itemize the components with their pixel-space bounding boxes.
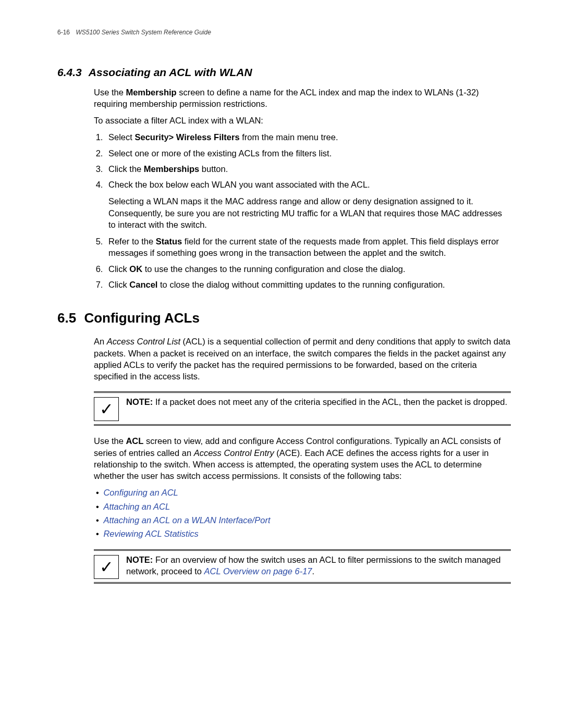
step-5: Refer to the Status field for the curren… <box>105 236 511 259</box>
term-access-control-entry: Access Control Entry <box>194 448 274 458</box>
term-membership: Membership <box>126 88 176 97</box>
heading-text: Associating an ACL with WLAN <box>89 66 252 78</box>
step-6: Click OK to use the changes to the runni… <box>105 263 511 275</box>
page-number: 6-16 <box>57 29 70 36</box>
link-reviewing-acl-stats[interactable]: Reviewing ACL Statistics <box>103 528 511 539</box>
link-attaching-acl[interactable]: Attaching an ACL <box>103 501 511 512</box>
doc-title: WS5100 Series Switch System Reference Gu… <box>76 29 211 36</box>
assoc-paragraph: To associate a filter ACL index with a W… <box>94 115 511 126</box>
note-box-2: ✓ NOTE: For an overview of how the switc… <box>94 549 511 584</box>
document-page: 6-16 WS5100 Series Switch System Referen… <box>0 0 563 728</box>
step-4: Check the box below each WLAN you want a… <box>105 179 511 230</box>
acl-intro-paragraph: An Access Control List (ACL) is a sequen… <box>94 336 511 382</box>
link-acl-overview[interactable]: ACL Overview on page 6-17 <box>204 566 312 576</box>
step-3: Click the Memberships button. <box>105 163 511 175</box>
section-6.4.3-body: Use the Membership screen to define a na… <box>94 87 511 291</box>
heading-number: 6.5 <box>57 310 76 326</box>
term-cancel: Cancel <box>129 280 157 289</box>
heading-6.5: 6.5 Configuring ACLs <box>57 309 511 327</box>
check-icon: ✓ <box>94 397 119 421</box>
steps-list: Select Security> Wireless Filters from t… <box>94 131 511 290</box>
step-2: Select one or more of the existing ACLs … <box>105 147 511 159</box>
heading-text: Configuring ACLs <box>84 310 199 326</box>
term-ok: OK <box>129 264 142 274</box>
step-4-sub: Selecting a WLAN maps it the MAC address… <box>108 195 511 230</box>
check-icon: ✓ <box>94 555 119 579</box>
term-status: Status <box>156 237 182 246</box>
note-2-text: NOTE: For an overview of how the switch … <box>126 554 511 577</box>
note-box-1: ✓ NOTE: If a packet does not meet any of… <box>94 391 511 426</box>
step-1: Select Security> Wireless Filters from t… <box>105 131 511 143</box>
term-acl: ACL <box>126 436 143 446</box>
step-7: Click Cancel to close the dialog without… <box>105 279 511 290</box>
link-configuring-acl[interactable]: Configuring an ACL <box>103 487 511 498</box>
links-list: Configuring an ACL Attaching an ACL Atta… <box>94 487 511 539</box>
note-1-text: NOTE: If a packet does not meet any of t… <box>126 396 511 408</box>
link-attaching-acl-wlan[interactable]: Attaching an ACL on a WLAN Interface/Por… <box>103 514 511 526</box>
running-header: 6-16 WS5100 Series Switch System Referen… <box>57 28 511 36</box>
term-security-wireless-filters: Security> Wireless Filters <box>134 132 239 142</box>
term-access-control-list: Access Control List <box>107 337 180 346</box>
term-memberships: Memberships <box>144 164 199 174</box>
acl-usage-paragraph: Use the ACL screen to view, add and conf… <box>94 435 511 482</box>
section-6.5-body: An Access Control List (ACL) is a sequen… <box>94 336 511 583</box>
intro-paragraph: Use the Membership screen to define a na… <box>94 87 511 110</box>
heading-number: 6.4.3 <box>57 66 82 78</box>
heading-6.4.3: 6.4.3 Associating an ACL with WLAN <box>57 65 511 80</box>
